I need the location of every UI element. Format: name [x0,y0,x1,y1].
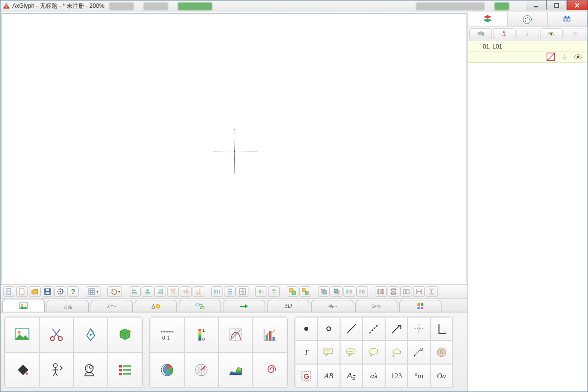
tool-point-hollow[interactable] [318,317,340,341]
layer-down-icon[interactable] [560,53,569,60]
save-button[interactable] [42,286,53,297]
tool-pen[interactable] [74,317,108,352]
center-canvas-button[interactable] [237,286,248,297]
open-button[interactable] [29,286,41,297]
layer-down-button[interactable] [516,28,539,39]
space-v-button[interactable] [426,286,438,297]
tool-person[interactable] [39,352,74,388]
tool-line-arrow[interactable] [385,317,408,341]
tool-point-filled[interactable] [295,317,318,341]
tab-charts[interactable] [47,300,89,312]
tool-label-ab[interactable]: AB [318,364,340,388]
tool-line-solid[interactable] [340,317,363,341]
tool-radar[interactable] [184,352,219,388]
tool-callout-round[interactable] [340,341,363,364]
tool-glyph-g[interactable]: G [295,364,318,388]
tab-arrows[interactable] [223,300,265,312]
tab-shapes[interactable] [135,300,177,312]
flip-h-button[interactable] [255,286,267,297]
bring-forward-button[interactable] [343,286,355,297]
tool-bar-chart[interactable] [253,317,287,352]
tool-paint-bucket[interactable] [5,352,39,388]
undo-button[interactable]: ▾ [107,286,122,297]
grid-button[interactable]: ▾ [86,286,100,297]
tab-images[interactable] [2,299,45,312]
new-doc-button[interactable] [3,286,15,297]
ungroup-button[interactable] [299,286,311,297]
svg-point-53 [156,304,160,308]
svg-rect-72 [119,373,122,375]
tool-crosshair[interactable] [408,317,430,341]
tool-colorbar[interactable]: 10 [184,317,219,352]
layer-header[interactable]: 01. L01 [468,41,588,51]
tool-perpendicular[interactable] [430,317,453,341]
tab-electronics[interactable] [311,300,353,312]
page-button[interactable] [16,286,28,297]
tool-list[interactable] [108,352,142,388]
align-bottom-button[interactable] [193,286,204,297]
tool-label-greek[interactable]: αλ [363,364,385,388]
space-h-button[interactable] [413,286,425,297]
tool-pie-chart[interactable] [150,352,184,388]
layer-hidden-button[interactable] [564,28,586,39]
tool-callout-cloud[interactable] [385,341,408,364]
tab-misc[interactable] [399,300,441,312]
tool-surface-plot[interactable] [219,352,253,388]
tool-axis[interactable]: 01 [150,317,184,352]
layer-visible-button[interactable] [540,28,563,39]
distribute-v-button[interactable] [224,286,236,297]
canvas[interactable] [1,13,466,283]
tab-flowchart[interactable] [179,300,221,312]
align-left-button[interactable] [129,286,141,297]
tool-text[interactable]: T [295,341,318,364]
tool-function-plot[interactable] [219,317,253,352]
align-top-button[interactable] [167,286,179,297]
tool-scissors[interactable] [39,317,74,352]
settings-button[interactable] [54,286,66,297]
tool-label-123[interactable]: 123 [385,364,408,388]
distribute-h-button[interactable] [211,286,223,297]
send-backward-button[interactable] [356,286,368,297]
tool-spiral[interactable] [253,352,287,388]
svg-rect-12 [133,292,137,294]
flip-v-button[interactable] [268,286,280,297]
tool-label-a5[interactable]: A5 [340,364,363,388]
group-button[interactable] [287,286,298,297]
align-right-button[interactable] [154,286,166,297]
side-tab-layers[interactable] [468,12,508,26]
bring-front-button[interactable] [318,286,330,297]
tool-callout-rect[interactable] [318,341,340,364]
layer-anchor-button[interactable] [493,28,515,39]
help-button[interactable]: ? [67,286,79,297]
layer-row[interactable] [468,51,588,63]
send-back-button[interactable] [331,286,343,297]
tool-gear-head[interactable] [74,352,108,388]
tool-line-dashed[interactable] [363,317,385,341]
maximize-button[interactable] [546,0,567,10]
tool-label-oa[interactable]: Oa [430,364,453,388]
svg-rect-42 [359,290,361,294]
tool-3dcube[interactable] [108,317,142,352]
tab-3d[interactable]: 3D [267,300,309,312]
tab-text[interactable]: T [91,300,133,312]
align-middle-v-button[interactable] [180,286,192,297]
tool-image[interactable] [5,317,39,352]
same-height-button[interactable] [388,286,399,297]
side-tab-animation[interactable] [548,12,588,26]
side-tab-styles[interactable] [508,12,547,26]
layer-add-button[interactable]: + [469,28,492,39]
same-size-button[interactable] [400,286,412,297]
tool-number-badge[interactable]: 5 [430,341,453,364]
svg-rect-28 [228,294,232,294]
same-width-button[interactable] [375,286,387,297]
align-center-h-button[interactable] [142,286,153,297]
tool-callout-ellipse[interactable] [363,341,385,364]
minimize-button[interactable] [526,0,546,10]
tool-label-leader[interactable]: xx [408,341,430,364]
close-button[interactable] [567,0,588,10]
tab-logic[interactable] [355,300,397,312]
tool-label-units[interactable]: °m [408,364,430,388]
svg-point-65 [58,337,62,341]
crosshair-center [234,150,235,152]
layer-eye-icon[interactable] [574,53,583,60]
